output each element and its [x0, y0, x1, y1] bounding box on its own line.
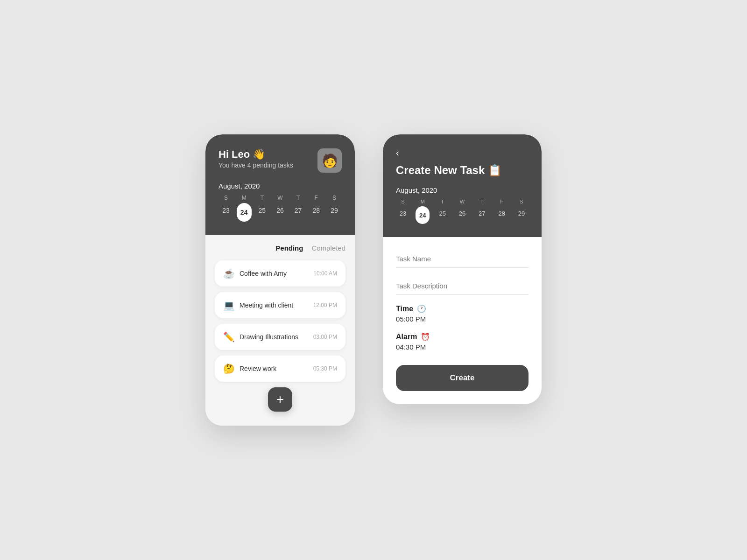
left-phone: Hi Leo 👋 You have 4 pending tasks 🧑 Augu…	[205, 134, 355, 426]
phone-form: Time 🕐 05:00 PM Alarm ⏰ 04:30 PM Create	[383, 237, 542, 404]
cal-day-name: S	[401, 199, 404, 204]
task-card[interactable]: ✏️ Drawing Illustrations 03:00 PM	[215, 324, 345, 350]
cal-day-num: 23	[218, 203, 233, 218]
task-info: 💻 Meeting with client	[223, 300, 293, 311]
task-name: Meeting with client	[240, 301, 293, 309]
left-header: Hi Leo 👋 You have 4 pending tasks 🧑 Augu…	[205, 134, 355, 235]
calendar-week-right: S 23 M 24 T 25 W 26 T 27 F 28 S 29	[396, 199, 529, 224]
cal-day[interactable]: F 28	[309, 195, 324, 222]
cal-day[interactable]: T 27	[291, 195, 306, 222]
cal-day-num: 27	[291, 203, 306, 218]
cal-day-num: 27	[475, 206, 489, 220]
cal-day[interactable]: S 29	[327, 195, 342, 222]
cal-day[interactable]: W 26	[455, 199, 469, 224]
cal-day-name: F	[500, 199, 503, 204]
task-name-input[interactable]	[396, 250, 529, 268]
alarm-value[interactable]: 04:30 PM	[396, 343, 529, 351]
cal-day-name: M	[242, 195, 247, 201]
calendar-week-left: S 23 M 24 T 25 W 26 T 27 F 28 S 29	[218, 195, 342, 222]
alarm-label: Alarm ⏰	[396, 332, 529, 341]
cal-day-num: 26	[455, 206, 469, 220]
cal-day-name: T	[441, 199, 444, 204]
cal-day-num: 28	[495, 206, 509, 220]
cal-day-name: W	[277, 195, 282, 201]
tab-completed[interactable]: Completed	[311, 244, 345, 252]
cal-day[interactable]: F 28	[495, 199, 509, 224]
clock-icon: 🕐	[417, 304, 426, 313]
task-emoji: ✏️	[223, 331, 235, 343]
task-time: 03:00 PM	[313, 334, 337, 340]
avatar: 🧑	[317, 148, 342, 173]
task-name: Review work	[240, 365, 276, 372]
pending-subtitle: You have 4 pending tasks	[218, 161, 293, 169]
cal-day-name: T	[261, 195, 264, 201]
alarm-icon: ⏰	[421, 332, 430, 341]
cal-day-num: 23	[396, 206, 410, 220]
cal-day[interactable]: S 29	[514, 199, 529, 224]
cal-day-name: T	[296, 195, 300, 201]
create-title: Create New Task 📋	[396, 164, 529, 177]
cal-day-name: S	[224, 195, 228, 201]
right-header: ‹ Create New Task 📋 August, 2020 S 23 M …	[383, 134, 542, 237]
tabs-row: PendingCompleted	[215, 244, 345, 252]
back-button[interactable]: ‹	[396, 147, 399, 158]
month-label-left: August, 2020	[218, 182, 342, 190]
tab-pending[interactable]: Pending	[275, 244, 303, 252]
cal-day[interactable]: M 24	[416, 199, 430, 224]
cal-day[interactable]: T 25	[254, 195, 269, 222]
task-description-input[interactable]	[396, 277, 529, 295]
time-label: Time 🕐	[396, 304, 529, 313]
cal-day-num: 24	[416, 206, 430, 224]
task-time: 05:30 PM	[313, 365, 337, 372]
cal-day[interactable]: S 23	[218, 195, 233, 222]
cal-day-num: 25	[436, 206, 450, 220]
task-emoji: 💻	[223, 300, 235, 311]
task-time: 10:00 AM	[313, 270, 337, 277]
cal-day-name: F	[315, 195, 318, 201]
time-value[interactable]: 05:00 PM	[396, 315, 529, 323]
cal-day-name: T	[480, 199, 484, 204]
cal-day[interactable]: T 25	[436, 199, 450, 224]
cal-day[interactable]: M 24	[237, 195, 252, 222]
cal-day-num: 24	[237, 203, 252, 222]
task-name: Drawing Illustrations	[240, 333, 298, 341]
cal-day[interactable]: S 23	[396, 199, 410, 224]
cal-day-name: S	[520, 199, 523, 204]
task-name: Coffee with Amy	[240, 270, 287, 277]
task-info: ☕ Coffee with Amy	[223, 268, 287, 279]
create-button[interactable]: Create	[396, 365, 529, 391]
cal-day-num: 28	[309, 203, 324, 218]
tasks-list: ☕ Coffee with Amy 10:00 AM 💻 Meeting wit…	[215, 260, 345, 382]
cal-day[interactable]: T 27	[475, 199, 489, 224]
task-emoji: 🤔	[223, 363, 235, 374]
cal-day-name: M	[421, 199, 425, 204]
month-label-right: August, 2020	[396, 186, 529, 194]
cal-day[interactable]: W 26	[273, 195, 288, 222]
add-task-button[interactable]: +	[268, 387, 292, 412]
task-info: 🤔 Review work	[223, 363, 276, 374]
right-phone: ‹ Create New Task 📋 August, 2020 S 23 M …	[383, 134, 542, 404]
cal-day-num: 26	[273, 203, 288, 218]
cal-day-num: 29	[327, 203, 342, 218]
task-emoji: ☕	[223, 268, 235, 279]
cal-day-name: S	[332, 195, 336, 201]
cal-day-num: 29	[514, 206, 529, 220]
task-card[interactable]: ☕ Coffee with Amy 10:00 AM	[215, 260, 345, 287]
task-card[interactable]: 🤔 Review work 05:30 PM	[215, 356, 345, 382]
cal-day-num: 25	[254, 203, 269, 218]
phone-body-left: PendingCompleted ☕ Coffee with Amy 10:00…	[205, 235, 355, 426]
task-info: ✏️ Drawing Illustrations	[223, 331, 298, 343]
greeting-text: Hi Leo 👋	[218, 148, 293, 161]
cal-day-name: W	[460, 199, 465, 204]
task-time: 12:00 PM	[313, 302, 337, 308]
task-card[interactable]: 💻 Meeting with client 12:00 PM	[215, 292, 345, 318]
